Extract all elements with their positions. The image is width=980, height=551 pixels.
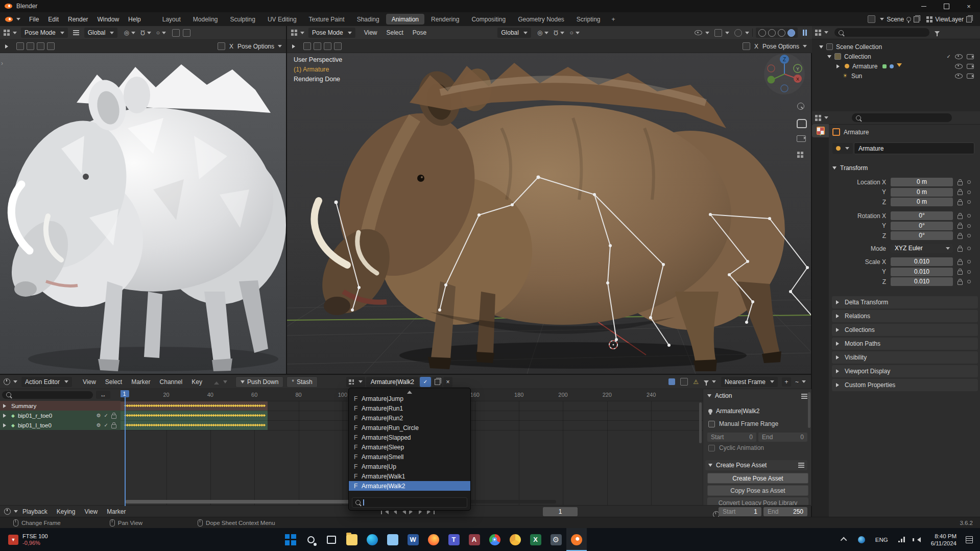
topbar-menu-item[interactable]: Edit <box>43 16 63 23</box>
camera-view-icon[interactable] <box>797 135 806 143</box>
panel-menu-icon[interactable] <box>801 394 807 399</box>
current-frame-line[interactable] <box>125 395 126 506</box>
header-menu-icon[interactable] <box>73 30 79 35</box>
hidden-channels-icon[interactable] <box>680 378 688 386</box>
cyclic-animation-row[interactable]: Cyclic Animation <box>708 444 764 451</box>
network-icon[interactable] <box>898 537 905 542</box>
end-frame-field[interactable]: End 0 <box>758 433 807 442</box>
dope-menu-item[interactable]: View <box>78 378 101 386</box>
action-list-item[interactable]: F Armature|Run1 <box>349 403 470 413</box>
close-button[interactable]: × <box>958 0 980 12</box>
current-frame-field[interactable]: 1 <box>543 507 578 516</box>
taskbar-app-teams[interactable]: T <box>444 528 464 551</box>
transform-value-field[interactable]: 0.010 <box>891 257 953 266</box>
topbar-menu-item[interactable]: Window <box>92 16 124 23</box>
language-indicator[interactable]: ENG <box>875 537 888 543</box>
orientation-dropdown[interactable]: Global <box>497 28 531 38</box>
overlays-dropdown[interactable] <box>734 29 749 37</box>
action-list-item[interactable]: F Armature|Walk2 <box>349 481 470 491</box>
taskbar-app-task-view[interactable] <box>321 528 342 551</box>
lock-icon[interactable] <box>958 248 963 252</box>
collapsed-panel-header[interactable]: Viewport Display <box>832 365 978 377</box>
action-list-item[interactable]: F Armature|Walk1 <box>349 471 470 481</box>
mute-checkbox[interactable]: ✓ <box>104 413 108 418</box>
proportional-falloff-dropdown[interactable]: ~ <box>795 378 806 386</box>
taskbar-app-search[interactable] <box>301 528 321 551</box>
fullscreen-icon[interactable] <box>743 42 750 50</box>
properties-tab-texture[interactable] <box>812 124 829 137</box>
taskbar-stock-widget[interactable]: ▼ FTSE 100 -0,96% <box>8 533 48 546</box>
workspace-tab[interactable]: Sculpting <box>225 14 261 25</box>
workspace-tab[interactable]: Geometry Nodes <box>512 14 570 25</box>
scene-selector[interactable]: Scene <box>868 15 919 23</box>
mode-dropdown[interactable]: Action Editor <box>21 377 72 387</box>
action-name-field[interactable]: Armature|Walk2 <box>366 377 419 387</box>
outliner-row-scene-collection[interactable]: Scene Collection <box>812 42 980 52</box>
render-camera-icon[interactable] <box>967 54 974 59</box>
editor-type-button[interactable] <box>4 508 18 515</box>
manual-frame-range-row[interactable]: Manual Frame Range <box>708 420 778 427</box>
orientation-dropdown[interactable]: Global <box>84 28 118 38</box>
mode-dropdown[interactable]: Pose Mode <box>308 28 355 38</box>
playback-menu-item[interactable]: Playback <box>18 508 52 515</box>
editor-type-button[interactable] <box>815 30 828 36</box>
animate-dot-icon[interactable] <box>967 234 971 237</box>
workspace-tab[interactable]: Shading <box>351 14 385 25</box>
only-selected-toggle-icon[interactable] <box>668 378 675 385</box>
vertical-scrollbar[interactable] <box>699 402 702 443</box>
workspace-tab[interactable]: Modeling <box>187 14 224 25</box>
copy-action-button[interactable] <box>432 377 442 387</box>
keyframes[interactable] <box>124 402 266 409</box>
start-frame-field[interactable]: Start 0 <box>707 433 756 442</box>
keyframes[interactable] <box>124 412 266 419</box>
clock-widget[interactable]: 8:40 PM 6/11/2024 <box>931 533 957 547</box>
channel-row-bip01-r-toe0[interactable]: ◆ bip01_r_toe0 ⚙ ✓ <box>0 411 121 420</box>
editor-type-button[interactable] <box>291 30 304 36</box>
action-list-item[interactable]: F Armature|Run2 <box>349 413 470 423</box>
snap-magnet-icon[interactable]: Ω <box>554 30 558 36</box>
transform-value-field[interactable]: 0 m <box>891 178 953 186</box>
lock-icon[interactable] <box>958 235 963 239</box>
collapsed-panel-header[interactable]: Relations <box>832 310 978 322</box>
panel-scrollbar[interactable] <box>808 392 810 428</box>
collapsed-panel-header[interactable]: Custom Properties <box>832 379 978 391</box>
close-toolbar-button[interactable]: X <box>754 43 758 50</box>
action-list-item[interactable]: F Armature|Jump <box>349 394 470 403</box>
shading-material-icon[interactable] <box>778 29 785 37</box>
zoom-icon[interactable] <box>797 103 804 111</box>
3d-viewport-left[interactable]: Pose Mode Global ◎ Ω ○ X Pose Options › <box>0 26 286 374</box>
pose-options-popover[interactable]: Pose Options <box>237 43 282 50</box>
collapsed-panel-header[interactable]: Collections <box>832 324 978 336</box>
taskbar-app-firefox[interactable] <box>423 528 444 551</box>
outliner-row-collection[interactable]: Collection ✓ <box>812 52 980 61</box>
add-workspace-tab[interactable]: + <box>606 14 621 25</box>
lock-icon[interactable] <box>958 261 963 265</box>
lock-icon[interactable] <box>958 201 963 205</box>
push-down-button[interactable]: Push Down <box>235 376 283 388</box>
pivot-icon[interactable]: ◎ <box>124 29 129 36</box>
mute-checkbox[interactable]: ✓ <box>104 422 108 428</box>
transform-value-field[interactable]: 0° <box>891 211 953 220</box>
object-visibility-dropdown[interactable] <box>695 30 709 35</box>
pivot-icon[interactable]: ◎ <box>537 29 542 36</box>
viewport-menu-item[interactable]: Select <box>382 29 408 36</box>
taskbar-app-word[interactable]: W <box>403 528 423 551</box>
playback-menu-item[interactable]: Marker <box>102 508 130 515</box>
lock-icon[interactable] <box>958 281 963 285</box>
topbar-menu-item[interactable]: Render <box>63 16 92 23</box>
lock-icon[interactable] <box>958 225 963 229</box>
animate-dot-icon[interactable] <box>967 270 971 274</box>
unlink-action-button[interactable]: × <box>443 377 452 387</box>
channel-search-input[interactable] <box>2 391 93 399</box>
pose-asset-button[interactable]: Copy Pose as Asset <box>707 485 808 496</box>
animate-dot-icon[interactable] <box>967 280 971 283</box>
animate-dot-icon[interactable] <box>967 200 971 204</box>
select-box-icon[interactable] <box>303 42 311 50</box>
modifier-icon[interactable]: ⚙ <box>97 413 101 418</box>
horizontal-scrollbar[interactable] <box>125 500 556 504</box>
lock-icon[interactable] <box>958 271 963 275</box>
lock-icon[interactable] <box>958 181 963 185</box>
select-box-icon[interactable] <box>16 42 24 50</box>
action-list-item[interactable]: F Armature|Smell <box>349 452 470 462</box>
transform-value-field[interactable]: 0.010 <box>891 268 953 276</box>
